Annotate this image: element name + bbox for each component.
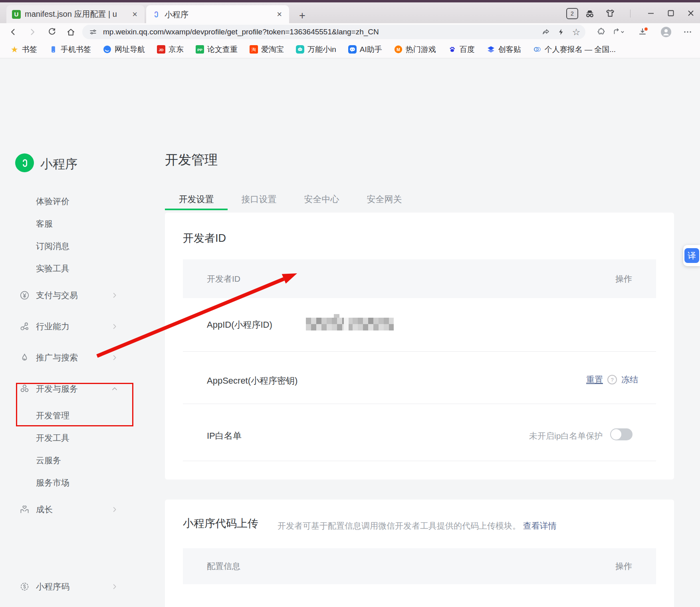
tab-title: manifest.json 应用配置 | uni-app <box>25 9 117 20</box>
freeze-link[interactable]: 冻结 <box>621 374 638 385</box>
translate-icon: 译 <box>684 248 699 263</box>
tab-security-center[interactable]: 安全中心 <box>290 190 353 210</box>
appsecret-label: AppSecret(小程序密钥) <box>207 375 297 387</box>
sidebar-item-promotion-search[interactable]: 推广与搜索 <box>0 342 138 373</box>
reset-link[interactable]: 重置 <box>586 374 603 385</box>
chevron-right-icon <box>110 322 119 331</box>
sidebar-item-weapp-code[interactable]: 小程序码 <box>0 571 138 602</box>
bookmark-label: 论文查重 <box>207 44 238 55</box>
svg-text:PP: PP <box>197 48 202 52</box>
row-divider <box>183 404 656 404</box>
flash-icon[interactable] <box>555 26 567 38</box>
chevron-right-icon <box>110 291 119 300</box>
theme-shirt-icon[interactable] <box>604 8 617 19</box>
undo-dropdown-icon[interactable] <box>613 26 625 38</box>
bookmark-hot-games[interactable]: M热门游戏 <box>394 44 436 55</box>
ip-whitelist-toggle[interactable] <box>610 428 633 440</box>
sidebar-item-growth[interactable]: 成长 <box>0 494 138 525</box>
page-title: 开发管理 <box>165 151 218 169</box>
bookmark-label: 爱淘宝 <box>261 44 284 55</box>
section-description: 开发者可基于配置信息调用微信开发者工具提供的代码上传模块。 查看详情 <box>278 520 557 531</box>
ip-whitelist-status: 未开启ip白名单保护 <box>529 430 603 442</box>
code-upload-card: 小程序代码上传 开发者可基于配置信息调用微信开发者工具提供的代码上传模块。 查看… <box>165 500 674 607</box>
profile-avatar[interactable] <box>660 26 672 38</box>
sidebar-item-payment-trade[interactable]: 支付与交易 <box>0 280 138 311</box>
translate-button[interactable]: 译 <box>683 245 700 266</box>
tab-count-badge[interactable]: 2 <box>566 8 578 19</box>
bookmark-race-signup[interactable]: 个人赛报名 — 全国... <box>533 44 616 55</box>
forward-icon[interactable] <box>26 26 38 38</box>
bookmark-favorites[interactable]: ★书签 <box>10 44 37 55</box>
tab-close-icon[interactable]: × <box>274 9 284 20</box>
tab-api-settings[interactable]: 接口设置 <box>228 190 290 210</box>
browser-tab-weapp[interactable]: 小程序 × <box>146 5 289 24</box>
tab-close-icon[interactable]: × <box>130 9 140 20</box>
bookmark-label: 热门游戏 <box>406 44 436 55</box>
view-details-link[interactable]: 查看详情 <box>523 521 557 530</box>
sidebar-item-notification-center[interactable]: 通知中心 <box>0 602 138 607</box>
row-divider <box>183 461 656 461</box>
bookmark-mobile-bookmarks[interactable]: 手机书签 <box>49 44 91 55</box>
browser-toolbar: mp.weixin.qq.com/wxamp/devprofile/get_pr… <box>0 23 700 41</box>
share-icon[interactable] <box>540 26 552 38</box>
sidebar-item-dev-tools[interactable]: 开发工具 <box>0 427 138 449</box>
table-header-left: 配置信息 <box>207 561 240 572</box>
controls-separator <box>630 10 631 18</box>
appid-label: AppID(小程序ID) <box>207 319 272 331</box>
sidebar-item-customer-service[interactable]: 客服 <box>0 213 138 235</box>
extensions-puzzle-icon[interactable] <box>594 26 607 38</box>
minimize-button[interactable] <box>644 8 658 18</box>
weapp-code-icon <box>19 581 30 592</box>
bookmark-label: 百度 <box>460 44 475 55</box>
bookmark-star-icon[interactable]: ☆ <box>570 26 582 38</box>
download-icon[interactable] <box>637 26 649 38</box>
help-icon[interactable]: ? <box>607 375 617 384</box>
favorites-icon: ★ <box>10 45 19 54</box>
back-icon[interactable] <box>7 26 19 38</box>
payment-trade-icon <box>19 290 30 301</box>
bookmark-ai-assistant[interactable]: AI助手 <box>348 44 382 55</box>
ai-assistant-icon <box>348 45 357 54</box>
url-text[interactable]: mp.weixin.qq.com/wxamp/devprofile/get_pr… <box>103 28 540 36</box>
sidebar-item-subscribe-message[interactable]: 订阅消息 <box>0 235 138 257</box>
mobile-bookmarks-icon <box>49 45 58 54</box>
menu-dots-icon[interactable] <box>681 26 694 38</box>
reload-icon[interactable] <box>46 26 58 38</box>
sidebar-item-label: 推广与搜索 <box>36 352 78 363</box>
sidebar-item-experiment-tools[interactable]: 实验工具 <box>0 257 138 280</box>
settings-tabs: 开发设置接口设置安全中心安全网关 <box>165 190 416 210</box>
bookmark-paper-check[interactable]: PP论文查重 <box>196 44 238 55</box>
bookmark-label: 创客贴 <box>498 44 521 55</box>
table-header-row: 配置信息 操作 <box>183 548 656 584</box>
sidebar-item-dev-management[interactable]: 开发管理 <box>0 404 138 427</box>
site-info-icon[interactable] <box>89 28 97 36</box>
sidebar-item-service-market[interactable]: 服务市场 <box>0 472 138 494</box>
home-icon[interactable] <box>65 26 77 38</box>
bookmark-wanneng-xin[interactable]: 万能小in <box>296 44 336 55</box>
sidebar-item-dev-services[interactable]: 开发与服务 <box>0 373 138 404</box>
bookmark-site-nav[interactable]: 网址导航 <box>103 44 145 55</box>
maximize-button[interactable] <box>664 8 678 18</box>
developer-id-card: 开发者ID 开发者ID 操作 AppID(小程序ID) AppSecret(小程… <box>165 213 674 480</box>
address-bar[interactable]: mp.weixin.qq.com/wxamp/devprofile/get_pr… <box>82 25 585 39</box>
bookmark-chuangkit[interactable]: 创客贴 <box>487 44 521 55</box>
weapp-console-page: 小程序 体验评价客服订阅消息实验工具支付与交易行业能力推广与搜索开发与服务开发管… <box>0 58 700 607</box>
bookmark-jd[interactable]: JD京东 <box>157 44 184 55</box>
sidebar-item-experience-review[interactable]: 体验评价 <box>0 190 138 213</box>
tab-dev-settings[interactable]: 开发设置 <box>165 190 228 210</box>
close-button[interactable] <box>684 8 698 18</box>
chevron-up-icon <box>110 384 119 393</box>
bookmark-baidu[interactable]: 百度 <box>448 44 475 55</box>
weapp-favicon-icon <box>152 10 161 19</box>
sidebar-item-cloud-service[interactable]: 云服务 <box>0 449 138 472</box>
bookmark-label: 网址导航 <box>115 44 145 55</box>
bookmark-aitaobao[interactable]: 淘爱淘宝 <box>250 44 284 55</box>
sidebar-item-industry-ability[interactable]: 行业能力 <box>0 311 138 342</box>
browser-tab-uniapp[interactable]: U manifest.json 应用配置 | uni-app × <box>6 5 145 23</box>
new-tab-button[interactable]: + <box>295 9 309 22</box>
row-divider <box>183 351 656 352</box>
promotion-search-icon <box>19 352 30 363</box>
tab-security-gateway[interactable]: 安全网关 <box>353 190 416 210</box>
sidebar-item-label: 订阅消息 <box>36 241 69 252</box>
incognito-icon[interactable] <box>582 8 597 19</box>
